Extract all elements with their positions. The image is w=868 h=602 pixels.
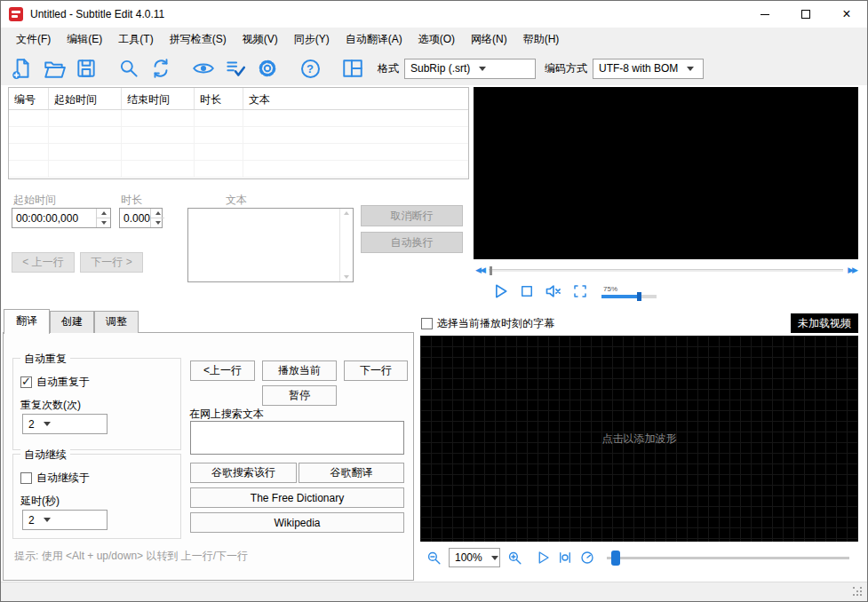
menu-sync[interactable]: 同步(Y)	[286, 28, 338, 51]
table-row	[9, 161, 468, 178]
column-header-text[interactable]: 文本	[243, 88, 468, 109]
auto-repeat-group: 自动重复 自动重复于 重复次数(次) 2	[12, 358, 181, 450]
rewind-icon[interactable]: ◀◀	[475, 265, 484, 274]
minimize-icon	[760, 14, 769, 15]
tab-translate[interactable]: 翻译	[4, 309, 50, 334]
menu-edit[interactable]: 编辑(E)	[59, 28, 110, 51]
auto-continue-checkbox-label: 自动继续于	[36, 471, 90, 486]
spin-down-icon[interactable]	[151, 218, 164, 227]
checkbox-unchecked-icon[interactable]	[421, 318, 433, 329]
waveform-pause-button[interactable]	[557, 550, 573, 566]
zoom-out-button[interactable]	[426, 550, 442, 566]
subtitle-text-area[interactable]	[187, 208, 354, 282]
spell-check-button[interactable]	[221, 54, 250, 83]
zoom-combobox[interactable]: 100%	[449, 548, 500, 567]
duration-value: 0.000	[120, 212, 150, 225]
maximize-button[interactable]	[785, 1, 826, 28]
column-header-number[interactable]: 编号	[9, 88, 49, 109]
web-search-input[interactable]	[190, 421, 404, 455]
previous-line-button[interactable]: < 上一行	[12, 252, 75, 273]
stop-button[interactable]	[519, 283, 535, 299]
waveform-placeholder[interactable]: 点击以添加波形	[420, 432, 858, 447]
delay-combobox[interactable]: 2	[22, 510, 108, 530]
tab-create[interactable]: 创建	[50, 311, 94, 333]
prev-line-button[interactable]: <上一行	[190, 360, 255, 381]
help-button[interactable]: ?	[296, 54, 324, 83]
spin-down-icon[interactable]	[97, 218, 110, 227]
menu-autotranslate[interactable]: 自动翻译(A)	[338, 28, 410, 51]
start-time-value: 00:00:00,000	[12, 212, 78, 225]
menu-options[interactable]: 选项(O)	[410, 28, 463, 51]
spin-up-icon[interactable]	[97, 209, 110, 218]
duration-input[interactable]: 0.000	[119, 208, 163, 228]
save-button[interactable]	[72, 54, 100, 83]
volume-thumb[interactable]	[637, 292, 641, 301]
volume-slider[interactable]	[601, 295, 657, 298]
spin-up-icon[interactable]	[151, 209, 164, 218]
close-icon: ×	[842, 7, 850, 21]
play-button[interactable]	[491, 282, 509, 300]
layout-button[interactable]	[338, 54, 367, 83]
wikipedia-button[interactable]: Wikipedia	[190, 512, 404, 533]
edit-panel: 起始时间 时长 文本 00:00:00,000 0.000 取消断行 自动换行	[1, 183, 472, 313]
playback-speed-button[interactable]	[579, 550, 595, 566]
menu-tools[interactable]: 工具(T)	[110, 28, 161, 51]
replace-button[interactable]	[147, 54, 175, 83]
resize-grip[interactable]	[853, 587, 864, 598]
checkbox-unchecked-icon[interactable]	[20, 472, 32, 484]
find-button[interactable]	[115, 54, 143, 83]
auto-continue-checkbox-row[interactable]: 自动继续于	[20, 471, 90, 486]
next-line-button[interactable]: 下一行 >	[80, 252, 143, 273]
subtitle-list[interactable]: 编号 起始时间 结束时间 时长 文本	[8, 87, 469, 179]
column-header-start[interactable]: 起始时间	[49, 88, 122, 109]
menu-file[interactable]: 文件(F)	[8, 28, 59, 51]
unbreak-button[interactable]: 取消断行	[361, 205, 463, 226]
mute-button[interactable]	[545, 282, 562, 300]
minimize-button[interactable]	[745, 1, 785, 28]
seek-thumb[interactable]	[490, 266, 492, 275]
repeat-count-combobox[interactable]: 2	[22, 414, 108, 434]
new-file-button[interactable]	[8, 54, 36, 83]
fast-forward-icon[interactable]: ▶▶	[848, 265, 856, 274]
app-window: Untitled - Subtitle Edit 4.0.11 × 文件(F) …	[0, 0, 868, 602]
waveform-canvas[interactable]: 点击以添加波形	[420, 336, 858, 542]
pause-icon	[557, 550, 573, 566]
start-time-input[interactable]: 00:00:00,000	[12, 208, 111, 228]
open-file-button[interactable]	[40, 54, 68, 83]
help-icon: ?	[301, 59, 320, 78]
free-dictionary-button[interactable]: The Free Dictionary	[190, 487, 404, 508]
save-icon	[75, 57, 98, 80]
checkbox-checked-icon[interactable]	[20, 376, 32, 388]
close-button[interactable]: ×	[826, 1, 867, 28]
visual-sync-button[interactable]	[189, 54, 218, 83]
menu-network[interactable]: 网络(N)	[463, 28, 515, 51]
pause-button[interactable]: 暂停	[262, 385, 337, 406]
auto-repeat-checkbox-row[interactable]: 自动重复于	[20, 375, 90, 390]
format-combobox[interactable]: SubRip (.srt)	[404, 59, 536, 79]
waveform-play-button[interactable]	[535, 550, 551, 566]
menu-video[interactable]: 视频(V)	[235, 28, 286, 51]
play-current-button[interactable]: 播放当前	[262, 360, 337, 381]
waveform-position-slider[interactable]	[607, 557, 849, 559]
column-header-duration[interactable]: 时长	[195, 88, 243, 109]
textarea-scrollbar[interactable]	[339, 209, 353, 281]
mute-speaker-icon	[545, 282, 562, 300]
tab-strip: 翻译 创建 调整	[4, 313, 139, 333]
fullscreen-button[interactable]	[572, 283, 588, 299]
menu-spellcheck[interactable]: 拼写检查(S)	[162, 28, 235, 51]
slider-thumb[interactable]	[611, 551, 620, 566]
column-header-end[interactable]: 结束时间	[122, 88, 195, 109]
google-search-button[interactable]: 谷歌搜索该行	[190, 463, 297, 483]
google-translate-button[interactable]: 谷歌翻译	[299, 463, 404, 483]
seek-track[interactable]	[489, 269, 843, 272]
settings-button[interactable]	[253, 54, 282, 83]
encoding-combobox[interactable]: UTF-8 with BOM	[593, 59, 704, 79]
gear-icon	[256, 57, 279, 80]
video-display[interactable]	[474, 87, 858, 259]
next-line-button[interactable]: 下一行	[344, 360, 408, 381]
autobreak-button[interactable]: 自动换行	[361, 232, 463, 253]
tab-adjust[interactable]: 调整	[94, 311, 139, 333]
menu-help[interactable]: 帮助(H)	[515, 28, 568, 51]
waveform-header: 选择当前播放时刻的字幕 未加载视频	[416, 313, 858, 333]
zoom-in-button[interactable]	[506, 550, 523, 566]
